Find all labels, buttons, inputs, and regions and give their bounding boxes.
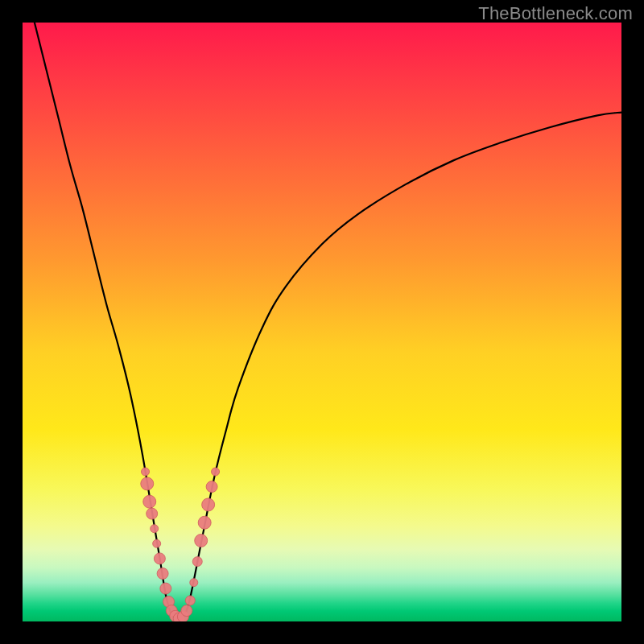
watermark-text: TheBottleneck.com: [478, 3, 633, 24]
marker-dot: [190, 579, 198, 587]
marker-dot: [198, 516, 211, 529]
marker-dot: [195, 535, 208, 547]
marker-dot: [212, 468, 220, 476]
marker-dot: [181, 605, 192, 617]
marker-dot: [147, 508, 158, 519]
marker-dot: [157, 568, 168, 579]
chart-svg: [23, 23, 621, 621]
marker-dot: [154, 553, 165, 564]
marker-dot: [143, 495, 156, 508]
marker-dot: [192, 557, 202, 567]
marker-dot: [202, 498, 215, 511]
marker-dot: [153, 539, 161, 547]
marker-dot: [206, 481, 217, 493]
marker-dot: [141, 477, 154, 490]
marker-dot: [185, 596, 195, 605]
curve-markers: [141, 468, 220, 621]
marker-dot: [151, 525, 159, 533]
outer-frame: TheBottleneck.com: [0, 0, 644, 644]
plot-area: [23, 23, 621, 621]
marker-dot: [160, 583, 171, 594]
marker-dot: [142, 468, 150, 476]
bottleneck-curve: [35, 23, 621, 618]
